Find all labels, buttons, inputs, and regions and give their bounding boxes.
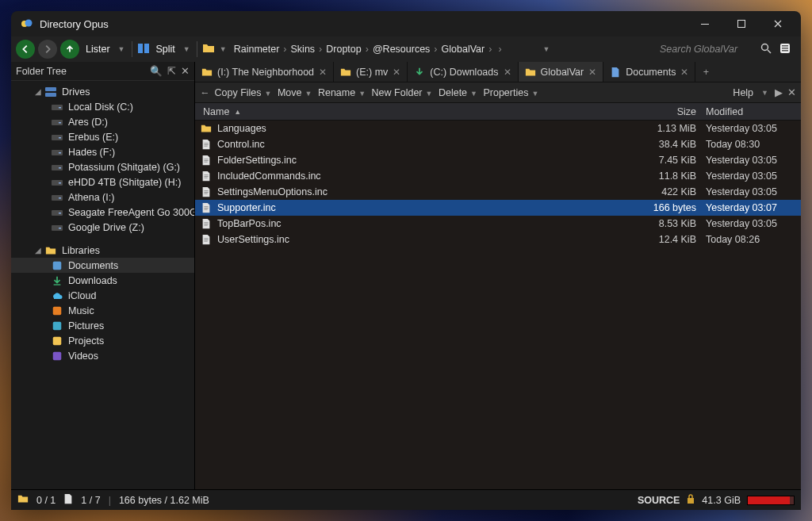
tab[interactable]: (E:) mv✕ (334, 62, 408, 82)
search-icon[interactable]: 🔍 (150, 65, 163, 77)
tree-drive[interactable]: Erebus (E:) (11, 129, 194, 144)
close-icon[interactable]: ✕ (680, 67, 688, 78)
action-properties[interactable]: Properties (481, 87, 530, 98)
svg-rect-58 (688, 498, 694, 504)
action-copy-files[interactable]: Copy Files (213, 87, 263, 98)
breadcrumb-item[interactable]: Skins (289, 44, 318, 55)
tree-library[interactable]: Downloads (11, 273, 194, 288)
column-size[interactable]: Size (649, 106, 706, 117)
chevron-down-icon: ▼ (304, 90, 314, 98)
tab[interactable]: GlobalVar✕ (519, 62, 604, 82)
play-icon[interactable]: ▶ (775, 86, 783, 98)
tree-group-libraries[interactable]: ◢Libraries (11, 243, 194, 258)
tree-group-label: Drives (62, 86, 90, 98)
back-button[interactable] (16, 40, 35, 59)
folder-tree-header: Folder Tree 🔍 ⇱ ✕ (11, 62, 194, 81)
up-button[interactable] (60, 40, 79, 59)
tree-library[interactable]: Music (11, 303, 194, 318)
chevron-down-icon[interactable]: ▼ (542, 45, 552, 53)
close-icon[interactable]: ✕ (181, 65, 190, 77)
tree-library[interactable]: Projects (11, 333, 194, 348)
tree-drive[interactable]: Hades (F:) (11, 144, 194, 159)
forward-button[interactable] (38, 40, 57, 59)
folder-row[interactable]: Languages1.13 MiBYesterday 03:05 (195, 121, 801, 136)
file-row[interactable]: Supporter.inc166 bytesYesterday 03:07 (195, 200, 801, 216)
tab-label: (C:) Downloads (430, 67, 498, 78)
tree-library[interactable]: iCloud (11, 288, 194, 303)
new-tab-button[interactable]: + (695, 62, 716, 82)
action-move[interactable]: Move (276, 87, 304, 98)
column-name[interactable]: Name (203, 106, 229, 117)
main-panel: (I:) The Neighborhood✕(E:) mv✕(C:) Downl… (195, 62, 801, 489)
file-row[interactable]: FolderSettings.inc7.45 KiBYesterday 03:0… (195, 152, 801, 168)
close-icon[interactable]: ✕ (504, 67, 511, 78)
tree-drive[interactable]: Athena (I:) (11, 190, 194, 205)
svg-rect-48 (204, 193, 207, 194)
file-name: TopBarPos.inc (217, 218, 649, 229)
column-modified[interactable]: Modified (706, 106, 801, 117)
minimize-button[interactable] (687, 11, 723, 36)
maximize-button[interactable] (723, 11, 760, 36)
collapse-icon[interactable]: ◢ (35, 246, 43, 255)
tab[interactable]: (C:) Downloads✕ (408, 62, 518, 82)
tree-drive[interactable]: Seagate FreeAgent Go 300GB (J:) (11, 205, 194, 220)
svg-rect-50 (204, 208, 208, 209)
folder-tree[interactable]: ◢DrivesLocal Disk (C:)Ares (D:)Erebus (E… (11, 81, 194, 366)
collapse-icon[interactable]: ◢ (35, 87, 43, 96)
close-icon[interactable]: ✕ (393, 67, 400, 78)
chevron-down-icon: ▼ (263, 90, 274, 98)
file-name: Languages (217, 123, 649, 134)
breadcrumb-item[interactable]: GlobalVar (439, 44, 488, 55)
tree-library[interactable]: Documents (11, 258, 194, 273)
help-menu[interactable]: Help (731, 87, 755, 98)
lock-icon[interactable] (686, 493, 695, 507)
tree-library[interactable]: Pictures (11, 318, 194, 333)
tree-drive[interactable]: Local Disk (C:) (11, 99, 194, 114)
tree-drive[interactable]: Ares (D:) (11, 114, 194, 129)
close-icon[interactable]: ✕ (319, 67, 327, 78)
breadcrumb-item[interactable]: @Resources (370, 44, 432, 55)
folder-icon[interactable] (202, 42, 215, 57)
svg-rect-37 (204, 143, 208, 144)
lister-menu[interactable]: Lister (82, 44, 113, 55)
tree-drive[interactable]: eHDD 4TB (Shitgate) (H:) (11, 174, 194, 190)
breadcrumb-item[interactable]: Droptop (324, 44, 363, 55)
close-button[interactable] (760, 11, 796, 36)
file-size: 12.4 KiB (649, 234, 706, 245)
file-row[interactable]: TopBarPos.inc8.53 KiBYesterday 03:05 (195, 216, 801, 232)
file-row[interactable]: IncludedCommands.inc11.8 KiBYesterday 03… (195, 168, 801, 184)
file-row[interactable]: Control.inc38.4 KiBToday 08:30 (195, 136, 801, 152)
action-new-folder[interactable]: New Folder (370, 87, 424, 98)
action-delete[interactable]: Delete (437, 87, 469, 98)
file-row[interactable]: SettingsMenuOptions.inc422 KiBYesterday … (195, 184, 801, 200)
pin-icon[interactable]: ⇱ (167, 65, 176, 77)
search-input[interactable]: Search GlobalVar (653, 44, 756, 55)
tree-item-label: Pictures (68, 320, 104, 331)
split-menu[interactable]: Split (153, 44, 178, 55)
tree-library[interactable]: Videos (11, 348, 194, 363)
file-row[interactable]: UserSettings.inc12.4 KiBToday 08:26 (195, 232, 801, 247)
folder-icon (17, 493, 29, 507)
tab[interactable]: (I:) The Neighborhood✕ (195, 62, 334, 82)
action-rename[interactable]: Rename (316, 87, 357, 98)
tree-drive[interactable]: Potassium (Shitgate) (G:) (11, 159, 194, 174)
svg-rect-57 (204, 241, 207, 242)
file-name: FolderSettings.inc (217, 155, 649, 166)
file-list[interactable]: Languages1.13 MiBYesterday 03:05Control.… (195, 121, 801, 489)
back-small-icon[interactable]: ← (200, 87, 210, 98)
tab[interactable]: Documents✕ (603, 62, 695, 82)
tree-drive[interactable]: Google Drive (Z:) (11, 220, 194, 235)
details-icon[interactable] (779, 42, 791, 57)
close-icon[interactable]: ✕ (787, 86, 796, 98)
tree-item-label: Downloads (68, 275, 117, 286)
tree-group-drives[interactable]: ◢Drives (11, 84, 194, 99)
svg-rect-4 (138, 44, 143, 53)
breadcrumb-item[interactable]: Rainmeter (232, 44, 282, 55)
svg-rect-51 (204, 209, 207, 210)
svg-rect-56 (204, 239, 208, 240)
close-icon[interactable]: ✕ (588, 67, 596, 78)
file-icon (63, 493, 73, 507)
column-headers[interactable]: Name▲ Size Modified (195, 103, 801, 121)
tree-item-icon (51, 320, 63, 332)
search-icon[interactable] (760, 42, 772, 57)
